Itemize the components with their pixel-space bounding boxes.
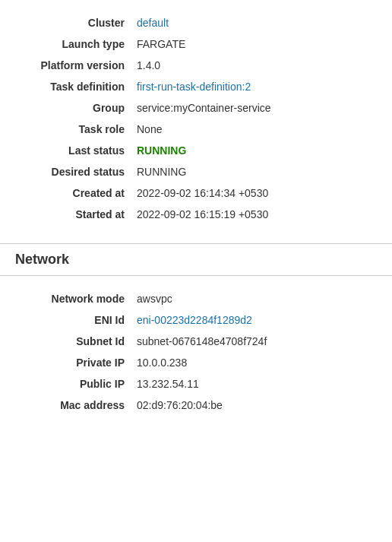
detail-label: Desired status <box>15 166 137 178</box>
detail-value: subnet-0676148e4708f724f <box>137 335 377 347</box>
detail-label: Task role <box>15 123 137 135</box>
network-section-header: Network <box>0 243 392 276</box>
task-detail-row: Task definitionfirst-run-task-definition… <box>0 76 392 97</box>
task-detail-row: Groupservice:myContainer-service <box>0 97 392 119</box>
detail-value: 02:d9:76:20:04:be <box>137 399 377 411</box>
detail-label: Mac address <box>15 399 137 411</box>
task-detail-row: Last statusRUNNING <box>0 140 392 161</box>
detail-label: Last status <box>15 144 137 157</box>
detail-label: Started at <box>15 208 137 220</box>
detail-label: Subnet Id <box>15 335 137 347</box>
detail-value: service:myContainer-service <box>137 102 377 114</box>
detail-value: 2022-09-02 16:14:34 +0530 <box>137 187 377 199</box>
task-detail-row: Platform version1.4.0 <box>0 55 392 76</box>
detail-label: Created at <box>15 187 137 199</box>
task-detail-row: Launch typeFARGATE <box>0 33 392 55</box>
detail-label: Network mode <box>15 293 137 305</box>
task-detail-row: Task roleNone <box>0 119 392 140</box>
detail-value[interactable]: first-run-task-definition:2 <box>137 81 377 93</box>
network-detail-row: Subnet Idsubnet-0676148e4708f724f <box>0 331 392 352</box>
detail-label: Task definition <box>15 81 137 93</box>
detail-label: Group <box>15 102 137 114</box>
network-heading: Network <box>15 252 69 268</box>
detail-value: None <box>137 123 377 135</box>
network-details-section: Network modeawsvpcENI Ideni-00223d2284f1… <box>0 276 392 428</box>
task-detail-row: Created at2022-09-02 16:14:34 +0530 <box>0 182 392 204</box>
network-detail-row: Network modeawsvpc <box>0 288 392 309</box>
detail-value: 10.0.0.238 <box>137 357 377 369</box>
detail-value[interactable]: eni-00223d2284f1289d2 <box>137 314 377 326</box>
detail-label: Platform version <box>15 59 137 71</box>
task-detail-row: Clusterdefault <box>0 12 392 33</box>
detail-value: RUNNING <box>137 144 377 157</box>
detail-label: Cluster <box>15 17 137 29</box>
task-details-section: ClusterdefaultLaunch typeFARGATEPlatform… <box>0 0 392 237</box>
detail-label: Private IP <box>15 357 137 369</box>
detail-value: 13.232.54.11 <box>137 378 377 390</box>
network-detail-row: Public IP13.232.54.11 <box>0 373 392 395</box>
detail-label: Launch type <box>15 38 137 50</box>
detail-value[interactable]: default <box>137 17 377 29</box>
task-detail-row: Started at2022-09-02 16:15:19 +0530 <box>0 204 392 225</box>
detail-value: RUNNING <box>137 166 377 178</box>
network-detail-row: Private IP10.0.0.238 <box>0 352 392 373</box>
detail-value: 2022-09-02 16:15:19 +0530 <box>137 208 377 220</box>
detail-label: Public IP <box>15 378 137 390</box>
detail-value: FARGATE <box>137 38 377 50</box>
task-detail-row: Desired statusRUNNING <box>0 161 392 182</box>
detail-value: awsvpc <box>137 293 377 305</box>
network-detail-row: ENI Ideni-00223d2284f1289d2 <box>0 309 392 331</box>
detail-value: 1.4.0 <box>137 59 377 71</box>
detail-label: ENI Id <box>15 314 137 326</box>
network-detail-row: Mac address02:d9:76:20:04:be <box>0 395 392 416</box>
